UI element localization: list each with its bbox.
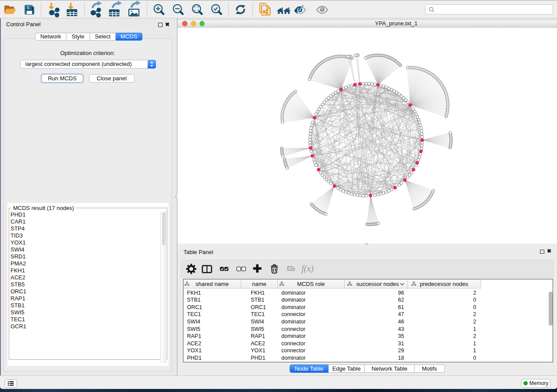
svg-text:f(x): f(x) [301,264,314,274]
